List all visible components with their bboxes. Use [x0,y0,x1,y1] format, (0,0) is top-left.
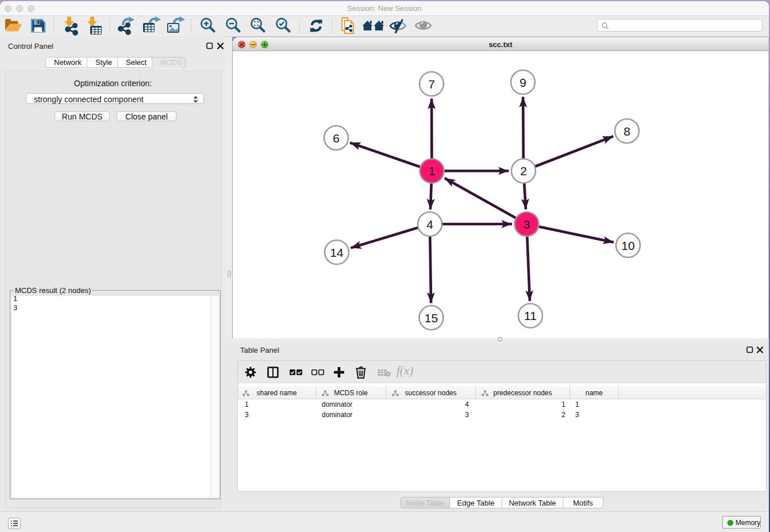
svg-text:3: 3 [523,218,530,231]
svg-text:1: 1 [429,164,436,178]
svg-text:11: 11 [524,309,537,322]
svg-text:10: 10 [621,239,634,252]
svg-text:15: 15 [425,311,438,325]
svg-text:6: 6 [333,132,340,145]
svg-text:8: 8 [623,125,630,138]
svg-text:14: 14 [330,246,344,259]
svg-text:9: 9 [519,76,526,89]
svg-text:4: 4 [426,218,433,231]
svg-text:2: 2 [520,164,527,178]
svg-text:7: 7 [428,78,435,91]
